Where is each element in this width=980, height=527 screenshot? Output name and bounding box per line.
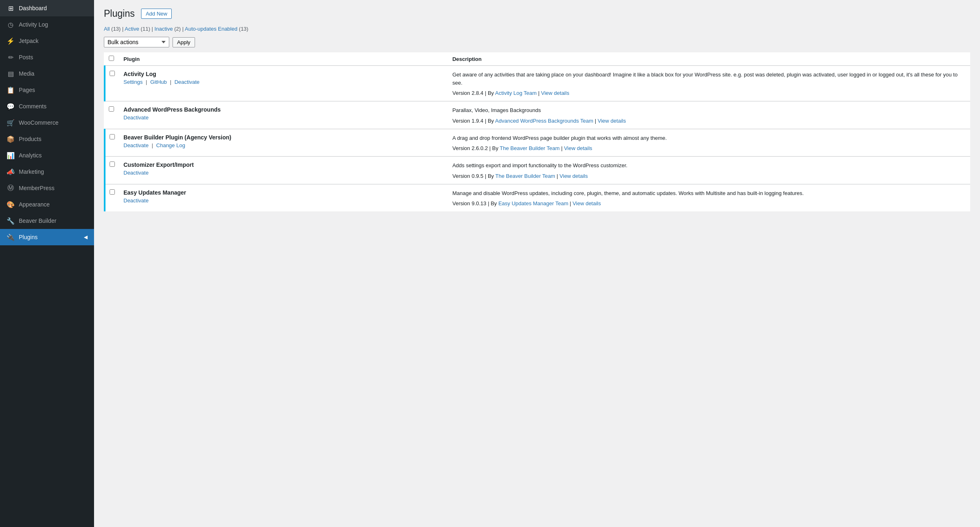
filter-inactive[interactable]: Inactive — [155, 26, 173, 32]
plugin-checkbox-cell-advanced-wp-backgrounds — [105, 101, 119, 129]
main-content: Plugins Add New All (13) | Active (11) |… — [94, 0, 980, 527]
memberpress-icon: Ⓜ — [7, 184, 15, 192]
dashboard-icon: ⊞ — [7, 4, 15, 12]
plugin-author-link-customizer-export-import[interactable]: The Beaver Builder Team — [496, 173, 555, 179]
activity-log-icon: ◷ — [7, 20, 15, 29]
plugin-info-cell-easy-updates-manager: Easy Updates ManagerDeactivate — [119, 184, 448, 211]
plugin-author-link-activity-log[interactable]: Activity Log Team — [495, 90, 537, 96]
plugin-checkbox-cell-easy-updates-manager — [105, 184, 119, 211]
plugin-author-link-easy-updates-manager[interactable]: Easy Updates Manager Team — [498, 200, 568, 206]
plugin-action-change-log-beaver-builder[interactable]: Change Log — [156, 142, 185, 148]
sidebar-item-posts[interactable]: ✏Posts — [0, 49, 94, 65]
sidebar-item-analytics[interactable]: 📊Analytics — [0, 147, 94, 164]
plugin-version-easy-updates-manager: Version 9.0.13 | By — [452, 200, 498, 206]
sidebar-item-appearance[interactable]: 🎨Appearance — [0, 196, 94, 213]
add-new-button[interactable]: Add New — [141, 9, 172, 19]
sidebar-item-label-marketing: Marketing — [19, 168, 44, 175]
filter-all[interactable]: All — [104, 26, 110, 32]
plugin-name-advanced-wp-backgrounds: Advanced WordPress Backgrounds — [123, 106, 444, 113]
sidebar-item-marketing[interactable]: 📣Marketing — [0, 164, 94, 180]
plugin-action-deactivate-advanced-wp-backgrounds[interactable]: Deactivate — [123, 114, 148, 121]
comments-icon: 💬 — [7, 102, 15, 110]
plugin-checkbox-easy-updates-manager[interactable] — [110, 189, 115, 195]
sidebar-item-media[interactable]: ▤Media — [0, 65, 94, 82]
plugin-actions-beaver-builder: Deactivate | Change Log — [123, 142, 444, 148]
col-header-check — [105, 52, 119, 66]
plugin-action-github-activity-log[interactable]: GitHub — [150, 79, 167, 85]
sidebar-item-plugins[interactable]: 🔌Plugins◀ — [0, 229, 94, 245]
sidebar-item-label-memberpress: MemberPress — [19, 185, 54, 191]
sidebar-item-label-posts: Posts — [19, 54, 33, 61]
plugin-checkbox-customizer-export-import[interactable] — [110, 161, 115, 167]
sidebar-item-comments[interactable]: 💬Comments — [0, 98, 94, 114]
plugin-name-easy-updates-manager: Easy Updates Manager — [123, 189, 444, 196]
plugin-action-deactivate-customizer-export-import[interactable]: Deactivate — [123, 170, 148, 176]
plugin-action-settings-activity-log[interactable]: Settings — [123, 79, 143, 85]
pages-icon: 📋 — [7, 86, 15, 94]
sidebar-item-label-jetpack: Jetpack — [19, 38, 38, 44]
plugin-info-cell-customizer-export-import: Customizer Export/ImportDeactivate — [119, 157, 448, 184]
plugin-action-deactivate-beaver-builder[interactable]: Deactivate — [123, 142, 148, 148]
bulk-actions-select[interactable]: Bulk actionsActivateDeactivateDeleteUpda… — [104, 37, 169, 47]
table-row: Advanced WordPress BackgroundsDeactivate… — [105, 101, 970, 129]
plugin-meta-advanced-wp-backgrounds: Version 1.9.4 | By Advanced WordPress Ba… — [452, 118, 966, 124]
beaver-builder-icon: 🔧 — [7, 217, 15, 225]
plugin-view-details-link-customizer-export-import[interactable]: View details — [560, 173, 588, 179]
plugin-checkbox-advanced-wp-backgrounds[interactable] — [109, 106, 114, 112]
plugin-description-text-customizer-export-import: Adds settings export and import function… — [452, 161, 966, 170]
filter-active[interactable]: Active — [125, 26, 139, 32]
plugins-table: Plugin Description Activity LogSettings … — [104, 52, 970, 211]
products-icon: 📦 — [7, 135, 15, 143]
plugin-view-details-link-beaver-builder[interactable]: View details — [564, 145, 592, 151]
plugin-version-customizer-export-import: Version 0.9.5 | By — [452, 173, 495, 179]
plugin-view-details-link-advanced-wp-backgrounds[interactable]: View details — [598, 118, 626, 124]
plugin-checkbox-cell-customizer-export-import — [105, 157, 119, 184]
sidebar-item-memberpress[interactable]: ⓂMemberPress — [0, 180, 94, 196]
filter-auto-updates[interactable]: Auto-updates Enabled — [185, 26, 238, 32]
plugin-info-cell-beaver-builder: Beaver Builder Plugin (Agency Version)De… — [119, 129, 448, 157]
plugin-version-beaver-builder: Version 2.6.0.2 | By — [452, 145, 500, 151]
filter-bar: All (13) | Active (11) | Inactive (2) | … — [104, 26, 970, 32]
posts-icon: ✏ — [7, 53, 15, 61]
sidebar-item-beaver-builder[interactable]: 🔧Beaver Builder — [0, 213, 94, 229]
plugin-description-cell-customizer-export-import: Adds settings export and import function… — [448, 157, 970, 184]
plugins-icon: 🔌 — [7, 233, 15, 241]
plugin-description-text-beaver-builder: A drag and drop frontend WordPress page … — [452, 134, 966, 142]
sidebar-item-products[interactable]: 📦Products — [0, 131, 94, 147]
plugin-meta-beaver-builder: Version 2.6.0.2 | By The Beaver Builder … — [452, 145, 966, 151]
select-all-checkbox[interactable] — [109, 56, 114, 61]
plugin-description-text-advanced-wp-backgrounds: Parallax, Video, Images Backgrounds — [452, 106, 966, 114]
sidebar-item-dashboard[interactable]: ⊞Dashboard — [0, 0, 94, 16]
sidebar-item-label-beaver-builder: Beaver Builder — [19, 218, 56, 224]
plugin-view-details-link-easy-updates-manager[interactable]: View details — [573, 200, 601, 206]
plugin-actions-easy-updates-manager: Deactivate — [123, 197, 444, 204]
plugin-author-link-advanced-wp-backgrounds[interactable]: Advanced WordPress Backgrounds Team — [495, 118, 593, 124]
plugin-version-activity-log: Version 2.8.4 | By — [452, 90, 495, 96]
sidebar-item-woocommerce[interactable]: 🛒WooCommerce — [0, 114, 94, 131]
plugin-description-cell-beaver-builder: A drag and drop frontend WordPress page … — [448, 129, 970, 157]
plugin-action-deactivate-easy-updates-manager[interactable]: Deactivate — [123, 197, 148, 204]
appearance-icon: 🎨 — [7, 200, 15, 209]
sidebar-item-label-pages: Pages — [19, 87, 35, 93]
bulk-actions-row: Bulk actionsActivateDeactivateDeleteUpda… — [104, 37, 970, 47]
plugin-checkbox-beaver-builder[interactable] — [110, 134, 115, 139]
table-header-row: Plugin Description — [105, 52, 970, 66]
plugin-view-details-link-activity-log[interactable]: View details — [541, 90, 569, 96]
apply-button[interactable]: Apply — [173, 37, 195, 47]
plugin-meta-activity-log: Version 2.8.4 | By Activity Log Team | V… — [452, 90, 966, 96]
sidebar-item-activity-log[interactable]: ◷Activity Log — [0, 16, 94, 33]
plugin-description-text-easy-updates-manager: Manage and disable WordPress updates, in… — [452, 189, 966, 197]
plugin-author-link-beaver-builder[interactable]: The Beaver Builder Team — [500, 145, 559, 151]
plugin-action-deactivate-activity-log[interactable]: Deactivate — [175, 79, 200, 85]
woocommerce-icon: 🛒 — [7, 119, 15, 127]
plugin-actions-customizer-export-import: Deactivate — [123, 170, 444, 176]
plugin-name-customizer-export-import: Customizer Export/Import — [123, 161, 444, 168]
sidebar-item-pages[interactable]: 📋Pages — [0, 82, 94, 98]
jetpack-icon: ⚡ — [7, 37, 15, 45]
plugin-meta-easy-updates-manager: Version 9.0.13 | By Easy Updates Manager… — [452, 200, 966, 206]
sidebar-item-label-activity-log: Activity Log — [19, 21, 48, 28]
sidebar-item-jetpack[interactable]: ⚡Jetpack — [0, 33, 94, 49]
plugin-info-cell-activity-log: Activity LogSettings | GitHub | Deactiva… — [119, 66, 448, 101]
plugin-actions-activity-log: Settings | GitHub | Deactivate — [123, 79, 444, 85]
plugin-checkbox-activity-log[interactable] — [110, 71, 115, 76]
